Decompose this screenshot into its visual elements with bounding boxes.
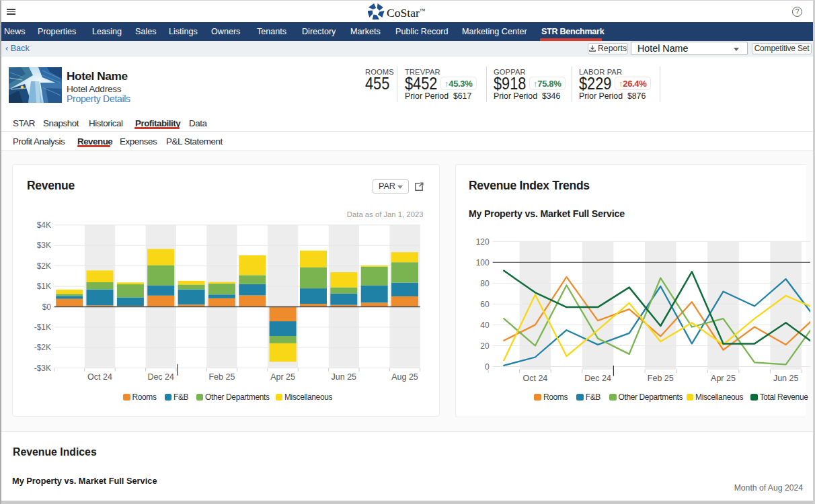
svg-text:-$3K: -$3K — [34, 364, 50, 373]
svg-text:Feb 25: Feb 25 — [208, 372, 235, 382]
svg-text:Jun 25: Jun 25 — [331, 372, 356, 382]
svg-text:Oct 24: Oct 24 — [522, 374, 547, 383]
svg-text:0: 0 — [485, 362, 490, 372]
svg-text:60: 60 — [480, 300, 490, 309]
svg-text:Apr 25: Apr 25 — [270, 372, 295, 382]
svg-text:$3K: $3K — [36, 241, 50, 250]
svg-text:100: 100 — [476, 258, 490, 267]
svg-text:$0: $0 — [42, 302, 51, 312]
svg-text:Aug 25: Aug 25 — [391, 372, 418, 382]
svg-text:20: 20 — [480, 341, 490, 351]
svg-text:$2K: $2K — [36, 261, 50, 271]
svg-text:Jun 25: Jun 25 — [773, 374, 799, 383]
svg-text:120: 120 — [476, 237, 490, 247]
svg-text:Dec 24: Dec 24 — [584, 374, 611, 383]
svg-text:$1K: $1K — [36, 282, 50, 291]
svg-text:Oct 24: Oct 24 — [87, 372, 112, 382]
svg-text:Dec 24: Dec 24 — [147, 372, 174, 382]
svg-text:40: 40 — [480, 321, 490, 330]
svg-text:$4K: $4K — [36, 220, 50, 230]
svg-text:80: 80 — [480, 279, 490, 288]
svg-text:Feb 25: Feb 25 — [648, 374, 674, 383]
svg-text:-$2K: -$2K — [34, 343, 50, 352]
svg-text:Apr 25: Apr 25 — [711, 374, 736, 383]
svg-text:-$1K: -$1K — [34, 323, 50, 332]
